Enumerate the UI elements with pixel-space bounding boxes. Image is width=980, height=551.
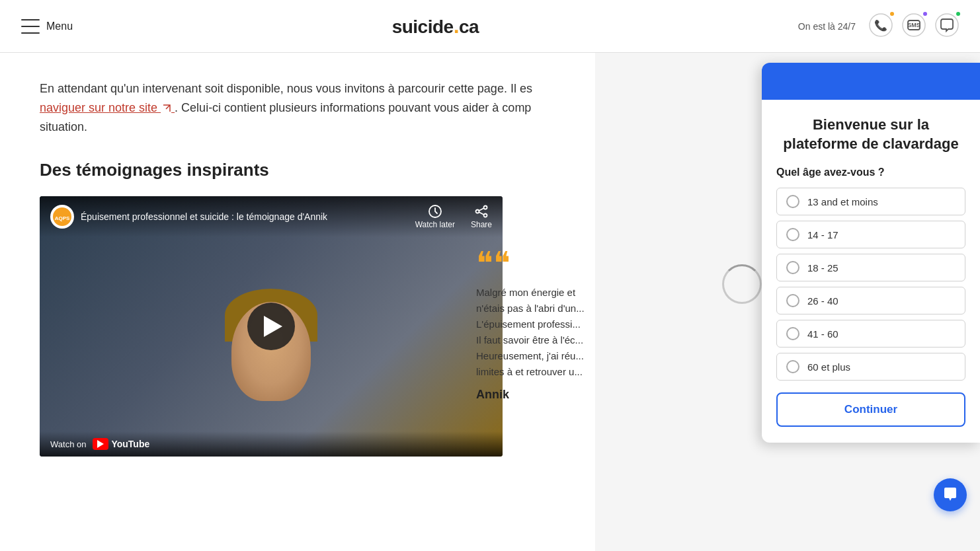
youtube-play-icon	[97, 440, 104, 448]
chat-panel-body: Bienvenue sur la plateforme de clavardag…	[762, 100, 980, 443]
on-est-label: On est là 24/7	[798, 21, 856, 32]
radio-label-1: 13 and et moins	[807, 196, 878, 207]
radio-circle-6	[786, 360, 799, 373]
header-right: On est là 24/7 📞 SMS	[798, 13, 959, 40]
sms-badge	[922, 11, 928, 17]
chat-panel: Bienvenue sur la plateforme de clavardag…	[762, 63, 980, 443]
testimonial-name: Annik	[476, 388, 674, 402]
youtube-logo[interactable]: YouTube	[93, 438, 149, 450]
channel-logo: AQPS	[50, 205, 74, 229]
site-logo[interactable]: suicide.ca	[392, 14, 479, 38]
clock-icon	[428, 204, 442, 219]
video-bottom-bar: Watch on YouTube	[40, 431, 503, 457]
testimonial-text: Malgré mon énergie et n'étais pas à l'ab…	[476, 285, 674, 380]
video-top-bar: AQPS Épuisement professionnel et suicide…	[40, 196, 503, 237]
age-option-1[interactable]: 13 and et moins	[776, 188, 965, 215]
intro-text-before-link: En attendant qu'un intervenant soit disp…	[40, 82, 532, 95]
phone-button[interactable]: 📞	[869, 13, 893, 40]
sms-button[interactable]: SMS	[902, 13, 926, 40]
svg-text:SMS: SMS	[907, 22, 920, 28]
quote-marks: ❝❝	[476, 248, 674, 279]
contact-icons: 📞 SMS	[869, 13, 959, 40]
testimonial-block: ❝❝ Malgré mon énergie et n'étais pas à l…	[476, 248, 674, 402]
section-title: Des témoignages inspirants	[40, 160, 555, 180]
radio-label-6: 60 et plus	[807, 361, 850, 373]
age-question: Quel âge avez-vous ?	[776, 166, 965, 178]
age-option-3[interactable]: 18 - 25	[776, 254, 965, 281]
chat-fab-icon	[942, 486, 959, 503]
watch-on-text: Watch on	[50, 439, 86, 449]
svg-text:AQPS: AQPS	[55, 215, 70, 221]
phone-badge	[889, 11, 895, 17]
age-option-2[interactable]: 14 - 17	[776, 221, 965, 248]
video-player[interactable]: AQPS Épuisement professionnel et suicide…	[40, 196, 503, 457]
intro-paragraph: En attendant qu'un intervenant soit disp…	[40, 79, 555, 136]
radio-label-4: 26 - 40	[807, 295, 838, 307]
video-channel-info: AQPS Épuisement professionnel et suicide…	[50, 205, 327, 229]
watch-later-button[interactable]: Watch later	[415, 204, 455, 229]
radio-circle-1	[786, 195, 799, 208]
video-title: Épuisement professionnel et suicide : le…	[81, 211, 327, 222]
youtube-label: YouTube	[111, 439, 149, 449]
phone-icon: 📞	[869, 13, 893, 37]
aqps-logo: AQPS	[53, 207, 71, 226]
logo-dot: .	[454, 14, 459, 38]
radio-circle-5	[786, 327, 799, 340]
continuer-button[interactable]: Continuer	[776, 392, 965, 427]
external-link-icon	[162, 104, 171, 113]
chat-panel-header	[762, 63, 980, 100]
chat-panel-title: Bienvenue sur la plateforme de clavardag…	[776, 116, 965, 153]
share-icon	[474, 204, 489, 219]
radio-circle-3	[786, 261, 799, 274]
menu-icon	[21, 19, 40, 34]
youtube-icon	[93, 438, 108, 450]
chat-badge	[955, 11, 961, 17]
decorative-circle	[722, 264, 762, 304]
age-option-6[interactable]: 60 et plus	[776, 353, 965, 381]
radio-circle-4	[786, 294, 799, 307]
chat-icon	[935, 13, 959, 37]
svg-point-5	[936, 14, 958, 36]
radio-label-3: 18 - 25	[807, 262, 838, 274]
chat-fab-button[interactable]	[934, 478, 967, 511]
svg-point-9	[483, 206, 487, 209]
play-triangle-icon	[264, 316, 282, 337]
radio-circle-2	[786, 228, 799, 241]
svg-point-11	[475, 210, 479, 213]
radio-label-2: 14 - 17	[807, 229, 838, 240]
video-actions: Watch later Share	[415, 204, 492, 229]
header: Menu suicide.ca On est là 24/7 📞 SMS	[0, 0, 980, 53]
svg-text:📞: 📞	[874, 19, 887, 32]
chat-button[interactable]	[935, 13, 959, 40]
age-option-4[interactable]: 26 - 40	[776, 287, 965, 314]
play-button[interactable]	[247, 303, 295, 350]
sms-icon: SMS	[902, 13, 926, 37]
menu-button[interactable]: Menu	[21, 19, 73, 34]
logo-domain: ca	[459, 17, 479, 37]
radio-label-5: 41 - 60	[807, 328, 838, 340]
share-label: Share	[471, 220, 492, 229]
watch-later-label: Watch later	[415, 220, 455, 229]
share-button[interactable]: Share	[471, 204, 492, 229]
age-option-5[interactable]: 41 - 60	[776, 320, 965, 348]
logo-text: suicide	[392, 17, 454, 37]
navigate-link[interactable]: Watch later naviguer sur notre site	[40, 101, 175, 114]
menu-label: Menu	[46, 20, 73, 32]
svg-point-10	[483, 214, 487, 217]
